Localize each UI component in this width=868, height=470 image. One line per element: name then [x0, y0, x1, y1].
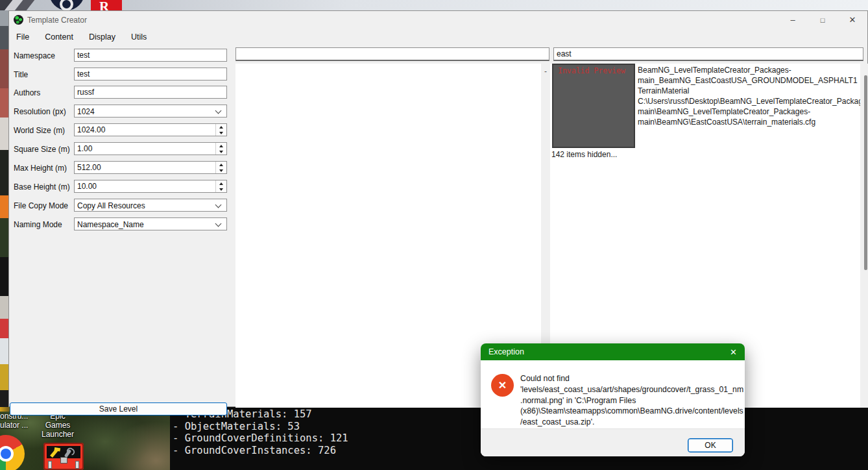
menu-file[interactable]: File	[16, 32, 29, 42]
authors-label: Authors	[14, 88, 40, 97]
hidden-items-note: 142 items hidden...	[551, 150, 617, 159]
spinner-down-icon[interactable]	[216, 130, 226, 136]
item-collapse-marker: -	[544, 67, 547, 76]
screen: R onstru... ulator ... Epic Games Launch…	[0, 0, 868, 470]
form-row: File Copy Mode Copy All Resources	[9, 199, 233, 212]
max-height-stepper	[215, 162, 226, 173]
chevron-down-icon	[215, 108, 222, 114]
dialog-message-line: 'levels/east_coast_usa/art/shapes/ground…	[520, 384, 743, 395]
list-item[interactable]: Invalid Preview BeamNG_LevelTemplateCrea…	[550, 64, 860, 149]
resolution-label: Resolution (px)	[14, 107, 66, 116]
console-output: - TerrainMaterials: 157 - ObjectMaterial…	[173, 408, 348, 457]
minimize-button[interactable]: –	[778, 11, 808, 29]
dialog-body: ✕ Could not find 'levels/east_coast_usa/…	[481, 360, 745, 428]
namespace-input[interactable]	[74, 49, 227, 62]
invalid-preview-label: Invalid Preview	[558, 66, 625, 75]
app-icon	[14, 15, 23, 25]
console-line: - GroundCoverInstances: 726	[173, 445, 348, 457]
form-row: Resolution (px) 1024	[9, 105, 233, 118]
ok-button[interactable]: OK	[688, 438, 733, 452]
base-height-stepper	[215, 180, 226, 192]
desktop-icon-label-line: ulator ...	[0, 421, 36, 430]
menu-content[interactable]: Content	[45, 32, 73, 42]
toolbox-icon[interactable]	[43, 443, 84, 470]
close-button[interactable]: ✕	[838, 11, 867, 29]
menu-display[interactable]: Display	[89, 32, 115, 42]
world-size-stepper	[215, 124, 226, 136]
dialog-message-line: .normal.png' in 'C:\Program Files	[520, 395, 743, 406]
menu-utils[interactable]: Utils	[131, 32, 147, 42]
form-row: Namespace	[9, 49, 233, 62]
dialog-message-line: /east_coast_usa.zip'.	[520, 417, 743, 428]
save-level-button[interactable]: Save Level	[10, 402, 227, 415]
title-input[interactable]	[74, 68, 227, 80]
r-app-letter: R	[99, 0, 109, 10]
resolution-value: 1024	[77, 107, 95, 116]
naming-mode-select[interactable]: Namespace_Name	[74, 217, 227, 230]
file-copy-mode-value: Copy All Resources	[77, 201, 145, 210]
dialog-footer: OK	[481, 428, 745, 456]
dialog-message: Could not find 'levels/east_coast_usa/ar…	[520, 373, 743, 428]
spinner-down-icon[interactable]	[216, 167, 226, 173]
material-description: BeamNG_LevelTemplateCreator_Packages- ma…	[638, 65, 860, 127]
spinner-up-icon[interactable]	[216, 143, 226, 149]
desktop-top-strip: R	[0, 0, 868, 10]
toolbox-latch	[75, 461, 79, 469]
base-height-input[interactable]	[74, 180, 227, 193]
world-size-input[interactable]	[74, 123, 227, 136]
middle-filter-input[interactable]	[235, 47, 549, 61]
dialog-title-bar[interactable]: Exception ✕	[481, 343, 745, 360]
material-description-line: BeamNG_LevelTemplateCreator_Packages-	[638, 65, 860, 75]
material-description-line: main\BeamNG\EastCoastUSA\terrain_materia…	[638, 117, 860, 127]
maximize-button[interactable]: □	[808, 11, 838, 29]
square-size-input[interactable]	[74, 142, 227, 155]
console-line: - GroundCoverDefinitions: 121	[173, 432, 348, 445]
r-app-icon[interactable]: R	[91, 0, 122, 10]
spinner-down-icon[interactable]	[216, 186, 226, 192]
dialog-message-line: (x86)\Steam\steamapps\common\BeamNG.driv…	[520, 406, 743, 417]
level-settings-panel: Namespace Title Authors Resolution (px) …	[9, 45, 233, 408]
material-description-line: main_BeamNG_EastCoastUSA_GROUNDMODEL_ASP…	[638, 75, 860, 86]
desktop-icon-label-line: Launcher	[37, 430, 78, 439]
material-description-line: TerrainMaterial	[638, 86, 860, 96]
spinner-up-icon[interactable]	[216, 162, 226, 167]
file-copy-mode-select[interactable]: Copy All Resources	[74, 199, 227, 212]
scrollbar-thumb[interactable]	[864, 75, 867, 270]
window-title: Template Creator	[27, 16, 87, 25]
max-height-input[interactable]	[74, 161, 227, 174]
square-size-label: Square Size (m)	[14, 145, 70, 154]
form-row: Title	[9, 68, 233, 81]
form-row: Base Height (m)	[9, 180, 233, 193]
authors-input[interactable]	[74, 86, 227, 99]
resolution-select[interactable]: 1024	[74, 105, 227, 117]
title-bar[interactable]: Template Creator – □ ✕	[9, 11, 867, 29]
dialog-close-icon[interactable]: ✕	[730, 347, 737, 357]
dialog-title: Exception	[488, 347, 524, 356]
material-description-line: main\BeamNG_LevelTemplateCreator_Package…	[638, 106, 860, 117]
base-height-label: Base Height (m)	[14, 182, 70, 192]
dialog-message-line: Could not find	[520, 373, 743, 384]
exception-dialog: Exception ✕ ✕ Could not find 'levels/eas…	[481, 343, 745, 456]
steam-icon[interactable]	[49, 0, 84, 10]
desktop-left-fragments	[0, 10, 8, 407]
square-size-stepper	[215, 143, 226, 155]
form-row: World Size (m)	[9, 123, 233, 137]
material-description-line: C:\Users\russf\Desktop\BeamNG_LevelTempl…	[638, 96, 860, 106]
materials-filter-input[interactable]	[553, 47, 863, 61]
material-preview-thumbnail: Invalid Preview	[552, 64, 635, 148]
spinner-down-icon[interactable]	[216, 149, 226, 155]
error-icon: ✕	[491, 374, 514, 397]
scrollbar-track[interactable]	[860, 64, 868, 408]
form-row: Authors	[9, 86, 233, 99]
spinner-up-icon[interactable]	[216, 124, 226, 130]
menu-bar: File Content Display Utils	[9, 29, 867, 45]
toolbox-latch	[48, 461, 52, 469]
namespace-label: Namespace	[14, 51, 55, 60]
toolbox-clasp	[60, 457, 67, 464]
max-height-label: Max Height (m)	[14, 164, 67, 173]
form-row: Naming Mode Namespace_Name	[9, 217, 233, 231]
spinner-up-icon[interactable]	[216, 180, 226, 186]
window-controls: – □ ✕	[778, 11, 867, 29]
chevron-down-icon	[215, 202, 222, 208]
title-label: Title	[14, 70, 28, 79]
